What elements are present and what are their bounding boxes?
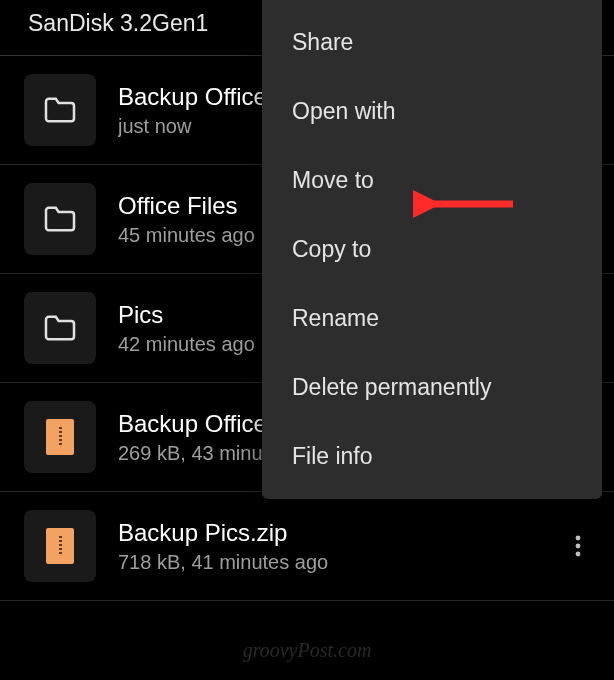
menu-item-share[interactable]: Share: [262, 8, 602, 77]
zip-icon: [24, 401, 96, 473]
zip-icon: [24, 510, 96, 582]
folder-icon: [24, 183, 96, 255]
menu-item-copy-to[interactable]: Copy to: [262, 215, 602, 284]
context-menu: Share Open with Move to Copy to Rename D…: [262, 0, 602, 499]
file-meta: 718 kB, 41 minutes ago: [118, 551, 536, 574]
list-item[interactable]: Backup Pics.zip 718 kB, 41 minutes ago: [0, 492, 614, 601]
more-vert-icon: [575, 534, 581, 558]
svg-point-2: [576, 552, 581, 557]
menu-item-file-info[interactable]: File info: [262, 422, 602, 491]
folder-icon: [24, 292, 96, 364]
svg-point-0: [576, 536, 581, 541]
file-name: Backup Pics.zip: [118, 519, 536, 547]
svg-point-1: [576, 544, 581, 549]
more-options-button[interactable]: [558, 526, 598, 566]
folder-icon: [24, 74, 96, 146]
file-info: Backup Pics.zip 718 kB, 41 minutes ago: [118, 519, 536, 574]
storage-title-text: SanDisk 3.2Gen1: [28, 10, 208, 36]
menu-item-rename[interactable]: Rename: [262, 284, 602, 353]
annotation-arrow-icon: [413, 189, 523, 219]
menu-item-delete-permanently[interactable]: Delete permanently: [262, 353, 602, 422]
menu-item-open-with[interactable]: Open with: [262, 77, 602, 146]
watermark: groovyPost.com: [243, 639, 372, 662]
